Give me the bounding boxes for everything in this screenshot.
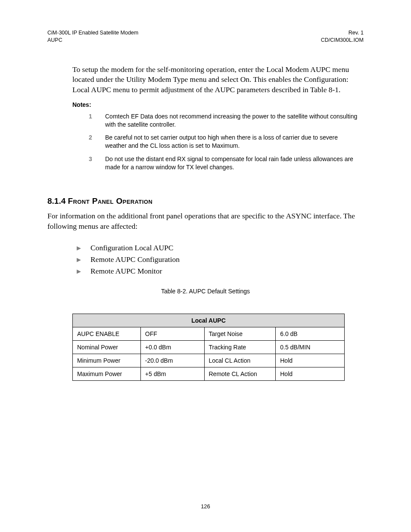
table-cell: +5 dBm (140, 367, 204, 381)
table-cell: 6.0 dB (276, 327, 345, 341)
table-cell: Target Noise (204, 327, 276, 341)
list-item: ▶ Remote AUPC Configuration (77, 255, 364, 264)
note-number: 3 (89, 155, 105, 171)
table-cell: 0.5 dB/MIN (276, 341, 345, 354)
notes-heading: Notes: (72, 101, 364, 108)
header-left: CiM-300L IP Enabled Satellite Modem AUPC (47, 29, 138, 44)
list-item: ▶ Remote AUPC Monitor (77, 267, 364, 276)
table-cell: AUPC ENABLE (73, 327, 141, 341)
table-cell: Hold (276, 367, 345, 381)
note-item: 3 Do not use the distant end RX signal t… (89, 155, 359, 171)
list-item: ▶ Configuration Local AUPC (77, 243, 364, 252)
header-right: Rev. 1 CD/CIM300L.IOM (321, 29, 364, 44)
note-item: 1 Comtech EF Data does not recommend inc… (89, 112, 359, 129)
table-cell: Local CL Action (204, 354, 276, 367)
note-text: Comtech EF Data does not recommend incre… (105, 112, 359, 129)
table-cell: Remote CL Action (204, 367, 276, 381)
page-header: CiM-300L IP Enabled Satellite Modem AUPC… (47, 29, 364, 44)
section-heading: 8.1.4 Front Panel Operation (47, 196, 364, 206)
list-item-text: Remote AUPC Configuration (90, 255, 180, 264)
note-number: 1 (89, 112, 105, 129)
note-item: 2 Be careful not to set carrier output t… (89, 134, 359, 150)
list-item-text: Remote AUPC Monitor (90, 267, 162, 276)
table-cell: Minimum Power (73, 354, 141, 367)
note-text: Be careful not to set carrier output too… (105, 134, 359, 150)
table-caption: Table 8-2. AUPC Default Settings (47, 288, 364, 295)
section-number: 8.1.4 (47, 196, 65, 205)
table-title: Local AUPC (73, 314, 345, 327)
table-row: Minimum Power -20.0 dBm Local CL Action … (73, 354, 345, 367)
triangle-bullet-icon: ▶ (77, 268, 90, 275)
page-number: 126 (0, 503, 411, 510)
table-row: Nominal Power +0.0 dBm Tracking Rate 0.5… (73, 341, 345, 354)
note-number: 2 (89, 134, 105, 150)
table-cell: OFF (140, 327, 204, 341)
section-intro: For information on the additional front … (47, 211, 364, 231)
intro-paragraph: To setup the modem for the self-monitori… (72, 65, 364, 95)
table-cell: +0.0 dBm (140, 341, 204, 354)
table-cell: Tracking Rate (204, 341, 276, 354)
header-left-line2: AUPC (47, 37, 138, 44)
table-cell: Hold (276, 354, 345, 367)
table-cell: -20.0 dBm (140, 354, 204, 367)
triangle-bullet-icon: ▶ (77, 245, 90, 252)
table-cell: Maximum Power (73, 367, 141, 381)
table-row: AUPC ENABLE OFF Target Noise 6.0 dB (73, 327, 345, 341)
list-item-text: Configuration Local AUPC (90, 243, 173, 252)
triangle-bullet-icon: ▶ (77, 256, 90, 263)
aupc-settings-table: Local AUPC AUPC ENABLE OFF Target Noise … (72, 314, 345, 381)
header-right-line2: CD/CIM300L.IOM (321, 37, 364, 44)
header-right-line1: Rev. 1 (321, 29, 364, 37)
note-text: Do not use the distant end RX signal to … (105, 155, 359, 171)
table-row: Maximum Power +5 dBm Remote CL Action Ho… (73, 367, 345, 381)
table-cell: Nominal Power (73, 341, 141, 354)
section-title: Front Panel Operation (68, 196, 153, 205)
header-left-line1: CiM-300L IP Enabled Satellite Modem (47, 29, 138, 37)
